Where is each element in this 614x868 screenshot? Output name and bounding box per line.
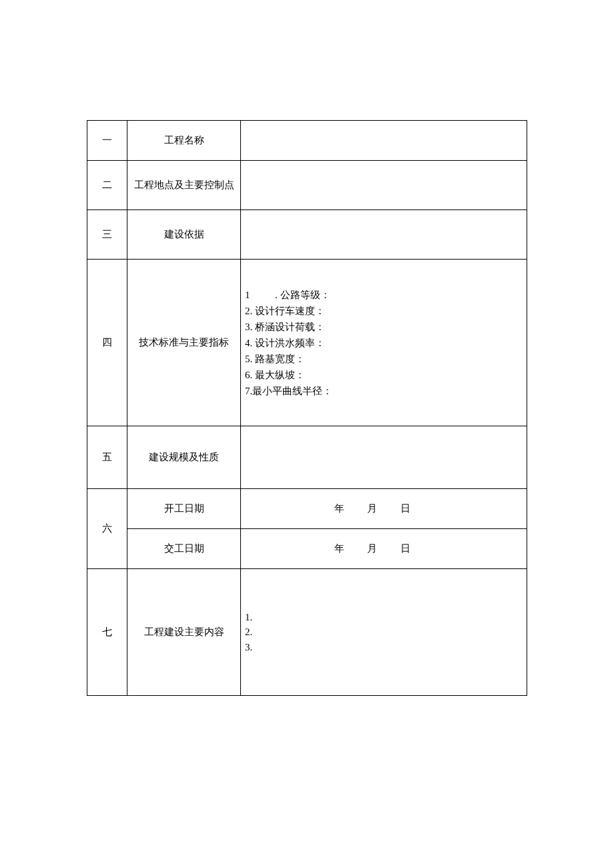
tech-item: 1 . 公路等级： <box>245 287 523 303</box>
start-date-value: 年 月 日 <box>241 489 527 529</box>
table-row: 交工日期 年 月 日 <box>87 529 527 569</box>
row-label: 工程名称 <box>127 121 241 161</box>
row-number: 六 <box>87 489 127 569</box>
row-label-end-date: 交工日期 <box>127 529 241 569</box>
row-number: 七 <box>87 569 127 696</box>
table-row: 二 工程地点及主要控制点 <box>87 161 527 210</box>
tech-item: 3. 桥涵设计荷载： <box>245 319 523 335</box>
table-row: 一 工程名称 <box>87 121 527 161</box>
row-content <box>241 161 527 210</box>
content-item: 3. <box>245 640 523 655</box>
row-content: 1 . 公路等级： 2. 设计行车速度： 3. 桥涵设计荷载： 4. 设计洪水频… <box>241 260 527 426</box>
tech-item: 4. 设计洪水频率： <box>245 335 523 351</box>
row-label: 工程建设主要内容 <box>127 569 241 696</box>
row-content: 1. 2. 3. <box>241 569 527 696</box>
row-label-start-date: 开工日期 <box>127 489 241 529</box>
content-item: 1. <box>245 610 523 625</box>
row-content <box>241 426 527 489</box>
construction-content-list: 1. 2. 3. <box>244 608 524 657</box>
row-label: 工程地点及主要控制点 <box>127 161 241 210</box>
row-label: 建设依据 <box>127 210 241 260</box>
row-label: 建设规模及性质 <box>127 426 241 489</box>
tech-item: 7.最小平曲线半径： <box>245 383 523 399</box>
table-row: 五 建设规模及性质 <box>87 426 527 489</box>
tech-item: 5. 路基宽度： <box>245 351 523 367</box>
row-number: 一 <box>87 121 127 161</box>
table-row: 四 技术标准与主要指标 1 . 公路等级： 2. 设计行车速度： 3. 桥涵设计… <box>87 260 527 426</box>
row-label: 技术标准与主要指标 <box>127 260 241 426</box>
technical-standards-list: 1 . 公路等级： 2. 设计行车速度： 3. 桥涵设计荷载： 4. 设计洪水频… <box>244 283 524 403</box>
table-row: 七 工程建设主要内容 1. 2. 3. <box>87 569 527 696</box>
row-number: 四 <box>87 260 127 426</box>
content-item: 2. <box>245 624 523 640</box>
tech-item: 6. 最大纵坡： <box>245 367 523 383</box>
tech-item: 2. 设计行车速度： <box>245 303 523 319</box>
row-number: 三 <box>87 210 127 260</box>
end-date-value: 年 月 日 <box>241 529 527 569</box>
table-row: 三 建设依据 <box>87 210 527 260</box>
table-row: 六 开工日期 年 月 日 <box>87 489 527 529</box>
row-content <box>241 121 527 161</box>
form-table: 一 工程名称 二 工程地点及主要控制点 三 建设依据 四 技术标准与主要指标 1… <box>87 120 527 696</box>
row-number: 二 <box>87 161 127 210</box>
row-content <box>241 210 527 260</box>
form-table-container: 一 工程名称 二 工程地点及主要控制点 三 建设依据 四 技术标准与主要指标 1… <box>87 120 527 696</box>
row-number: 五 <box>87 426 127 489</box>
